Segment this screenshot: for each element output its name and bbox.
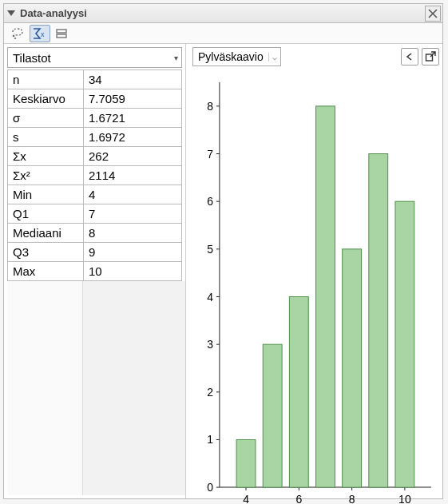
- svg-text:7: 7: [207, 148, 213, 161]
- bar: [289, 296, 308, 487]
- table-row: Min4: [8, 185, 182, 204]
- svg-point-1: [14, 37, 16, 38]
- chevron-down-icon: ▾: [174, 54, 178, 62]
- table-row: s1.6972: [8, 128, 182, 147]
- stack-icon: [55, 27, 69, 40]
- chart-prev-button[interactable]: [401, 48, 418, 65]
- stat-label: s: [8, 128, 84, 147]
- svg-text:8: 8: [207, 100, 213, 113]
- panel-title: Data-analyysi: [20, 7, 87, 19]
- close-button[interactable]: [425, 6, 441, 22]
- stat-value: 34: [84, 70, 182, 89]
- stat-label: σ: [8, 109, 84, 128]
- table-row: Σx²2114: [8, 166, 182, 185]
- chart-header: Pylväskaavio ⌵: [192, 47, 439, 66]
- stat-value: 4: [84, 185, 182, 204]
- data-analysis-panel: Data-analyysi x: [3, 3, 443, 499]
- svg-point-0: [13, 34, 15, 37]
- svg-text:0: 0: [207, 481, 213, 494]
- panel-titlebar: Data-analyysi: [4, 4, 442, 23]
- bar: [236, 439, 256, 487]
- chart-type-combo[interactable]: Pylväskaavio ⌵: [192, 47, 281, 66]
- stat-label: Q1: [8, 204, 84, 224]
- bar: [316, 106, 335, 487]
- stat-value: 7.7059: [84, 89, 182, 109]
- stat-value: 7: [84, 204, 182, 224]
- lasso-icon: [10, 27, 25, 40]
- svg-rect-3: [57, 30, 66, 33]
- sum-tool-button[interactable]: x: [30, 25, 50, 42]
- bar: [395, 201, 414, 487]
- svg-text:2: 2: [207, 386, 213, 399]
- close-icon: [428, 9, 438, 18]
- stack-tool-button[interactable]: [52, 25, 73, 42]
- svg-text:10: 10: [398, 493, 411, 504]
- stat-label: Min: [8, 185, 84, 204]
- stat-value: 9: [84, 243, 182, 262]
- table-row: σ1.6721: [8, 109, 182, 128]
- svg-text:8: 8: [349, 493, 355, 504]
- svg-text:x: x: [41, 30, 45, 38]
- collapse-triangle-icon[interactable]: [7, 10, 15, 16]
- table-row: Q17: [8, 204, 182, 224]
- stats-table: n34Keskiarvo7.7059σ1.6721s1.6972Σx262Σx²…: [7, 69, 182, 281]
- stat-value: 1.6972: [84, 128, 182, 147]
- stat-value: 262: [84, 147, 182, 166]
- chevron-down-icon: ⌵: [268, 53, 277, 62]
- stats-view-combo[interactable]: Tilastot ▾: [7, 47, 182, 68]
- svg-text:5: 5: [207, 243, 213, 256]
- table-row: n34: [8, 70, 182, 89]
- sigma-x-icon: x: [32, 27, 48, 40]
- stats-view-combo-label: Tilastot: [13, 51, 51, 65]
- stat-label: Σx²: [8, 166, 84, 185]
- table-row: Keskiarvo7.7059: [8, 89, 182, 109]
- panel-body: Tilastot ▾ n34Keskiarvo7.7059σ1.6721s1.6…: [4, 44, 442, 498]
- stat-label: Max: [8, 262, 84, 281]
- svg-text:1: 1: [207, 433, 213, 446]
- svg-text:6: 6: [295, 493, 302, 504]
- bar: [369, 154, 388, 488]
- table-row: Max10: [8, 262, 182, 281]
- stat-label: Keskiarvo: [8, 89, 84, 109]
- bar: [263, 344, 282, 487]
- stat-value: 8: [84, 224, 182, 243]
- svg-text:4: 4: [207, 290, 213, 303]
- chart-column: Pylväskaavio ⌵ 01234567846810: [186, 44, 442, 498]
- svg-rect-4: [57, 34, 66, 38]
- chart-type-combo-label: Pylväskaavio: [198, 50, 264, 63]
- stat-label: Q3: [8, 243, 84, 262]
- stat-label: n: [8, 70, 84, 89]
- chart-popout-button[interactable]: [422, 48, 439, 65]
- svg-text:6: 6: [207, 195, 213, 208]
- popout-icon: [425, 51, 436, 62]
- stat-label: Σx: [8, 147, 84, 166]
- arrow-left-boxed-icon: [404, 51, 415, 62]
- svg-text:3: 3: [207, 338, 213, 351]
- chart-area[interactable]: 01234567846810: [192, 66, 439, 504]
- table-row: Σx262: [8, 147, 182, 166]
- bar-chart: 01234567846810: [192, 66, 439, 504]
- toolbar: x: [4, 23, 442, 44]
- bar: [343, 249, 362, 487]
- stat-label: Mediaani: [8, 224, 84, 243]
- stats-filler: [7, 281, 185, 495]
- select-tool-button[interactable]: [7, 25, 28, 42]
- table-row: Mediaani8: [8, 224, 182, 243]
- stat-value: 2114: [84, 166, 182, 185]
- table-row: Q39: [8, 243, 182, 262]
- stat-value: 10: [84, 262, 182, 281]
- stat-value: 1.6721: [84, 109, 182, 128]
- stats-column: Tilastot ▾ n34Keskiarvo7.7059σ1.6721s1.6…: [4, 44, 186, 498]
- svg-text:4: 4: [243, 493, 249, 504]
